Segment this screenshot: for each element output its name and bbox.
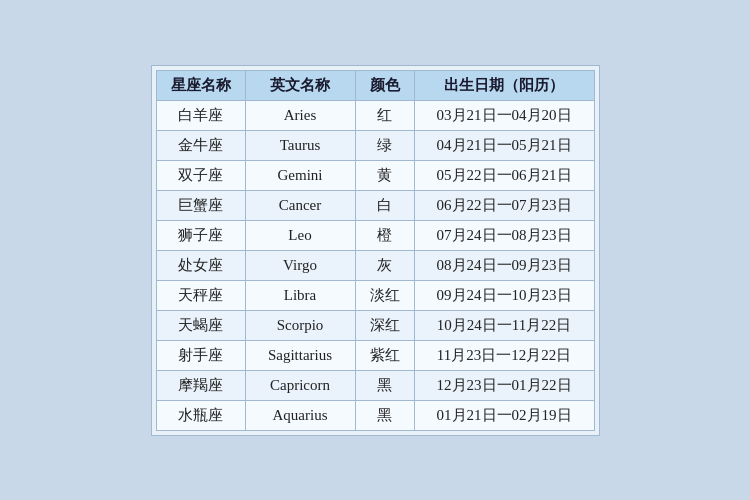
table-row: 处女座Virgo灰08月24日一09月23日 xyxy=(156,250,594,280)
zodiac-table: 星座名称 英文名称 颜色 出生日期（阳历） 白羊座Aries红03月21日一04… xyxy=(156,70,595,431)
cell-en: Libra xyxy=(245,280,355,310)
cell-date: 03月21日一04月20日 xyxy=(414,100,594,130)
cell-en: Capricorn xyxy=(245,370,355,400)
cell-en: Taurus xyxy=(245,130,355,160)
cell-zh: 射手座 xyxy=(156,340,245,370)
cell-date: 06月22日一07月23日 xyxy=(414,190,594,220)
cell-date: 12月23日一01月22日 xyxy=(414,370,594,400)
cell-zh: 双子座 xyxy=(156,160,245,190)
table-row: 巨蟹座Cancer白06月22日一07月23日 xyxy=(156,190,594,220)
cell-zh: 天蝎座 xyxy=(156,310,245,340)
cell-date: 07月24日一08月23日 xyxy=(414,220,594,250)
cell-color: 紫红 xyxy=(355,340,414,370)
cell-color: 黑 xyxy=(355,370,414,400)
cell-zh: 天秤座 xyxy=(156,280,245,310)
header-color: 颜色 xyxy=(355,70,414,100)
cell-color: 橙 xyxy=(355,220,414,250)
header-en: 英文名称 xyxy=(245,70,355,100)
table-row: 双子座Gemini黄05月22日一06月21日 xyxy=(156,160,594,190)
table-row: 射手座Sagittarius紫红11月23日一12月22日 xyxy=(156,340,594,370)
cell-color: 黄 xyxy=(355,160,414,190)
cell-zh: 狮子座 xyxy=(156,220,245,250)
cell-en: Scorpio xyxy=(245,310,355,340)
table-row: 狮子座Leo橙07月24日一08月23日 xyxy=(156,220,594,250)
cell-date: 01月21日一02月19日 xyxy=(414,400,594,430)
cell-date: 10月24日一11月22日 xyxy=(414,310,594,340)
cell-zh: 水瓶座 xyxy=(156,400,245,430)
cell-en: Gemini xyxy=(245,160,355,190)
cell-zh: 处女座 xyxy=(156,250,245,280)
cell-color: 淡红 xyxy=(355,280,414,310)
cell-date: 04月21日一05月21日 xyxy=(414,130,594,160)
cell-zh: 金牛座 xyxy=(156,130,245,160)
table-row: 金牛座Taurus绿04月21日一05月21日 xyxy=(156,130,594,160)
cell-en: Sagittarius xyxy=(245,340,355,370)
table-row: 摩羯座Capricorn黑12月23日一01月22日 xyxy=(156,370,594,400)
table-row: 天秤座Libra淡红09月24日一10月23日 xyxy=(156,280,594,310)
cell-en: Virgo xyxy=(245,250,355,280)
cell-color: 灰 xyxy=(355,250,414,280)
cell-date: 05月22日一06月21日 xyxy=(414,160,594,190)
header-zh: 星座名称 xyxy=(156,70,245,100)
table-header-row: 星座名称 英文名称 颜色 出生日期（阳历） xyxy=(156,70,594,100)
cell-color: 绿 xyxy=(355,130,414,160)
table-row: 白羊座Aries红03月21日一04月20日 xyxy=(156,100,594,130)
cell-date: 08月24日一09月23日 xyxy=(414,250,594,280)
cell-date: 09月24日一10月23日 xyxy=(414,280,594,310)
cell-en: Leo xyxy=(245,220,355,250)
cell-en: Cancer xyxy=(245,190,355,220)
table-row: 水瓶座Aquarius黑01月21日一02月19日 xyxy=(156,400,594,430)
cell-date: 11月23日一12月22日 xyxy=(414,340,594,370)
cell-zh: 摩羯座 xyxy=(156,370,245,400)
cell-color: 白 xyxy=(355,190,414,220)
cell-color: 黑 xyxy=(355,400,414,430)
header-date: 出生日期（阳历） xyxy=(414,70,594,100)
table-row: 天蝎座Scorpio深红10月24日一11月22日 xyxy=(156,310,594,340)
cell-zh: 白羊座 xyxy=(156,100,245,130)
cell-color: 深红 xyxy=(355,310,414,340)
cell-zh: 巨蟹座 xyxy=(156,190,245,220)
cell-en: Aquarius xyxy=(245,400,355,430)
zodiac-table-container: 星座名称 英文名称 颜色 出生日期（阳历） 白羊座Aries红03月21日一04… xyxy=(151,65,600,436)
cell-color: 红 xyxy=(355,100,414,130)
cell-en: Aries xyxy=(245,100,355,130)
